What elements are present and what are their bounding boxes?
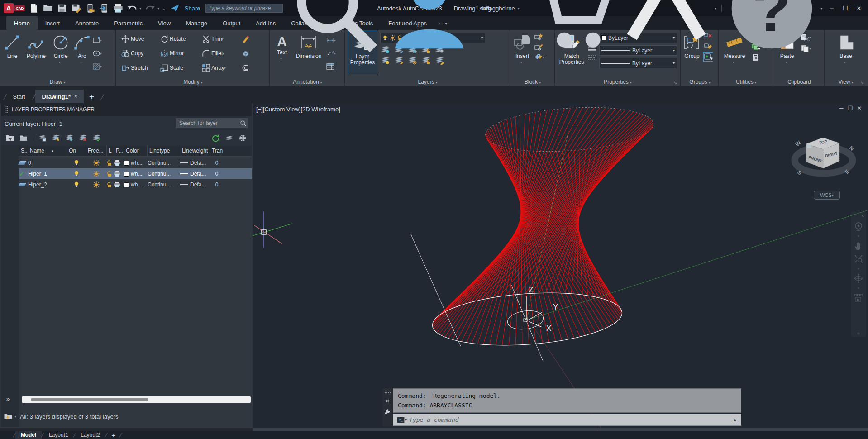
save-to-web-mobile-icon[interactable]: [85, 3, 95, 13]
compass-south[interactable]: S: [796, 169, 803, 177]
panel-label-modify[interactable]: Modify▾: [117, 79, 269, 85]
ribbon-tab-insert[interactable]: Insert: [38, 16, 68, 30]
new-layout-button[interactable]: +: [107, 431, 120, 439]
column-lineweight[interactable]: Lineweight: [180, 145, 210, 156]
orbit-icon[interactable]: [854, 273, 863, 283]
layer-search-input[interactable]: [176, 118, 248, 128]
quick-calculator-icon[interactable]: [751, 53, 760, 61]
column-color[interactable]: Color: [124, 145, 148, 156]
column-on[interactable]: On: [67, 145, 86, 156]
layer-unisolate-icon[interactable]: [394, 57, 404, 65]
move-button[interactable]: Move: [121, 33, 160, 44]
pan-icon[interactable]: [854, 241, 863, 251]
layer-unlock-all-icon[interactable]: [421, 57, 431, 65]
rectangle-button[interactable]: ▾: [92, 35, 102, 46]
expand-filter-pane-button[interactable]: »: [6, 396, 9, 402]
close-button[interactable]: ✕: [854, 5, 863, 12]
navbar-close-icon[interactable]: ✕: [861, 214, 866, 218]
open-from-web-mobile-icon[interactable]: [99, 3, 109, 13]
wcs-menu[interactable]: WCS▾: [814, 191, 840, 200]
user-dropdown[interactable]: ▾: [518, 6, 520, 10]
settings-gear-icon[interactable]: [238, 134, 247, 142]
new-layer-icon[interactable]: [51, 134, 60, 142]
navigation-wheel-icon[interactable]: 2D: [854, 221, 863, 231]
mirror-button[interactable]: Mirror: [160, 48, 202, 59]
model-space-canvas[interactable]: ZYX: [253, 103, 868, 428]
lock-icon[interactable]: [107, 160, 112, 166]
ribbon-tab-home[interactable]: Home: [6, 16, 38, 30]
plot-icon[interactable]: [113, 3, 123, 13]
polyline-button[interactable]: Polyline: [24, 31, 49, 74]
edit-attributes-button[interactable]: ▾: [534, 53, 544, 61]
save-as-icon[interactable]: [71, 3, 81, 13]
plot-icon[interactable]: [114, 181, 121, 188]
color-swatch[interactable]: [124, 182, 129, 187]
panel-label-utilities[interactable]: Utilities▾: [720, 79, 773, 85]
layer-thaw-all-icon[interactable]: [407, 57, 417, 65]
panel-label-properties[interactable]: Properties▾ ↘: [556, 79, 680, 85]
navigation-bar[interactable]: ✕ 2D ▾ ▾ ▾ ⊖: [851, 212, 866, 337]
maximize-button[interactable]: ☐: [840, 5, 849, 12]
freeze-icon[interactable]: [93, 171, 100, 177]
scrollbar-thumb[interactable]: [31, 398, 148, 401]
column-status[interactable]: S..: [19, 145, 28, 156]
new-group-filter-icon[interactable]: [19, 134, 28, 142]
circle-button[interactable]: Circle▾: [50, 31, 72, 74]
panel-label-groups[interactable]: Groups▾: [682, 79, 718, 85]
ellipse-button[interactable]: ▾: [92, 48, 102, 59]
array-button[interactable]: Array▾: [202, 62, 242, 73]
tab-layout2[interactable]: Layout2: [75, 431, 105, 439]
view-dialog-launcher[interactable]: ↘: [860, 81, 864, 85]
undo-icon[interactable]: [127, 3, 137, 13]
line-button[interactable]: Line: [2, 31, 23, 74]
file-tab-start[interactable]: Start: [6, 90, 31, 103]
toggle-filter-tree-icon[interactable]: [224, 134, 234, 142]
panel-label-clipboard[interactable]: Clipboard: [774, 79, 824, 85]
palette-title-bar[interactable]: LAYER PROPERTIES MANAGER: [1, 103, 252, 116]
column-name[interactable]: Name▲: [28, 145, 67, 156]
on-icon[interactable]: [74, 181, 79, 188]
layer-row-0[interactable]: 0 wh... Continu... Defa... 0: [19, 157, 252, 168]
save-icon[interactable]: [57, 3, 67, 13]
compass-west[interactable]: W: [794, 139, 802, 148]
properties-dialog-launcher[interactable]: ↘: [673, 81, 677, 85]
copy-button[interactable]: Copy: [121, 48, 160, 59]
showmotion-icon[interactable]: [854, 293, 863, 303]
offset-button[interactable]: [242, 62, 260, 73]
new-property-filter-icon[interactable]: [5, 134, 14, 142]
undo-dropdown[interactable]: ▾: [139, 6, 141, 10]
help-search-input[interactable]: [205, 4, 283, 13]
share-label[interactable]: Share: [185, 5, 200, 12]
linetype-dropdown[interactable]: ByLayer▾: [599, 58, 677, 68]
column-freeze[interactable]: Free...: [86, 145, 107, 156]
navbar-customize-icon[interactable]: ⊖: [857, 332, 860, 337]
column-lock[interactable]: L: [107, 145, 114, 156]
plot-icon[interactable]: [114, 160, 121, 166]
redo-icon[interactable]: [145, 3, 155, 13]
new-layer-vp-frozen-icon[interactable]: [65, 134, 74, 142]
on-icon[interactable]: [74, 160, 79, 166]
filter-status-icon[interactable]: [4, 413, 13, 420]
drawing-viewport[interactable]: ZYX [−][Custom View][2D Wireframe] ─ ❐ ✕…: [253, 103, 868, 428]
color-swatch[interactable]: [124, 172, 129, 177]
column-transparency[interactable]: Tran: [210, 145, 252, 156]
command-close-icon[interactable]: ✕: [385, 398, 389, 404]
new-file-icon[interactable]: [29, 3, 39, 13]
autodesk-dropdown[interactable]: ▾: [715, 6, 717, 10]
set-current-layer-icon[interactable]: [92, 134, 101, 142]
command-grip-dots[interactable]: [384, 390, 391, 394]
color-swatch[interactable]: [124, 161, 129, 166]
arc-button[interactable]: Arc▾: [72, 31, 91, 74]
infocenter-collapse-icon[interactable]: ▸: [198, 6, 200, 11]
scale-button[interactable]: Scale: [160, 62, 202, 73]
share-icon[interactable]: [170, 3, 180, 13]
command-icon[interactable]: >_: [397, 417, 405, 423]
layer-row-hiper1[interactable]: ✓ Hiper_1 wh... Continu... Defa... 0: [19, 168, 252, 179]
help-icon[interactable]: ?: [726, 0, 818, 54]
layer-row-hiper2[interactable]: Hiper_2 wh... Continu... Defa... 0: [19, 179, 252, 190]
command-window-grip[interactable]: ✕: [382, 388, 392, 426]
search-icon[interactable]: [287, 0, 379, 54]
refresh-icon[interactable]: [211, 134, 220, 142]
command-expand-icon[interactable]: ▲: [733, 417, 737, 422]
ribbon-tab-parametric[interactable]: Parametric: [106, 16, 150, 30]
